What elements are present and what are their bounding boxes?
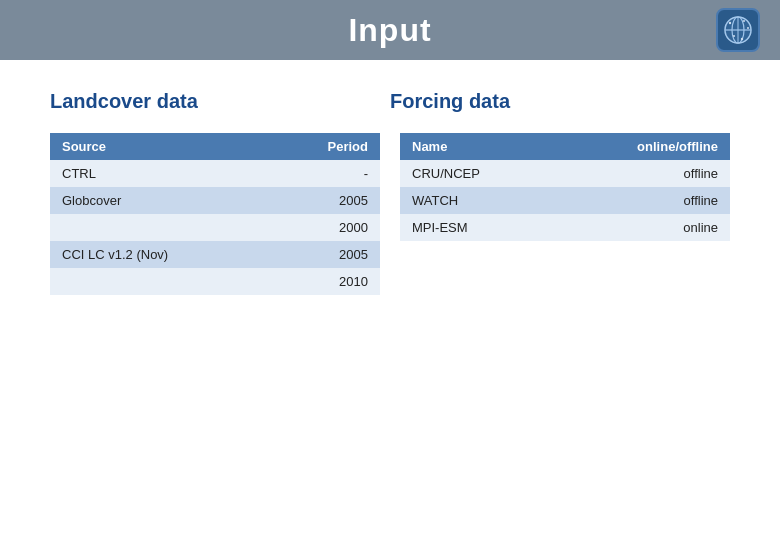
landcover-cell-period: - <box>271 160 380 187</box>
forcing-cell-name: WATCH <box>400 187 554 214</box>
forcing-cell-status: offline <box>554 160 730 187</box>
landcover-row: CCI LC v1.2 (Nov)2005 <box>50 241 380 268</box>
forcing-section-heading: Forcing data <box>390 90 730 113</box>
section-headings: Landcover data Forcing data <box>50 90 730 113</box>
svg-point-8 <box>733 35 735 37</box>
landcover-header-row: Source Period <box>50 133 380 160</box>
landcover-cell-period: 2005 <box>271 241 380 268</box>
landcover-cell-source <box>50 268 271 295</box>
landcover-section-heading: Landcover data <box>50 90 390 113</box>
logo <box>716 8 760 52</box>
landcover-row: Globcover2005 <box>50 187 380 214</box>
landcover-cell-period: 2000 <box>271 214 380 241</box>
header: Input <box>0 0 780 60</box>
forcing-row: MPI-ESMonline <box>400 214 730 241</box>
page-title: Input <box>348 12 431 49</box>
svg-point-7 <box>747 27 749 29</box>
forcing-cell-status: offline <box>554 187 730 214</box>
landcover-row: CTRL- <box>50 160 380 187</box>
forcing-col-status: online/offline <box>554 133 730 160</box>
tables-row: Source Period CTRL-Globcover20052000CCI … <box>50 133 730 295</box>
globe-icon <box>722 14 754 46</box>
svg-point-6 <box>743 20 745 22</box>
svg-point-4 <box>725 17 751 43</box>
forcing-title: Forcing data <box>390 90 510 112</box>
svg-point-9 <box>741 38 743 40</box>
forcing-table-container: Name online/offline CRU/NCEPofflineWATCH… <box>400 133 730 295</box>
landcover-title: Landcover data <box>50 90 198 112</box>
landcover-col-period: Period <box>271 133 380 160</box>
landcover-cell-source: CTRL <box>50 160 271 187</box>
forcing-table: Name online/offline CRU/NCEPofflineWATCH… <box>400 133 730 241</box>
content-area: Landcover data Forcing data Source Perio… <box>0 60 780 325</box>
landcover-cell-source <box>50 214 271 241</box>
landcover-cell-source: CCI LC v1.2 (Nov) <box>50 241 271 268</box>
landcover-row: 2010 <box>50 268 380 295</box>
forcing-cell-status: online <box>554 214 730 241</box>
landcover-cell-period: 2010 <box>271 268 380 295</box>
svg-point-5 <box>729 22 731 24</box>
forcing-row: WATCHoffline <box>400 187 730 214</box>
forcing-row: CRU/NCEPoffline <box>400 160 730 187</box>
landcover-cell-period: 2005 <box>271 187 380 214</box>
landcover-col-source: Source <box>50 133 271 160</box>
forcing-header-row: Name online/offline <box>400 133 730 160</box>
landcover-table-container: Source Period CTRL-Globcover20052000CCI … <box>50 133 380 295</box>
landcover-row: 2000 <box>50 214 380 241</box>
forcing-cell-name: MPI-ESM <box>400 214 554 241</box>
landcover-cell-source: Globcover <box>50 187 271 214</box>
forcing-col-name: Name <box>400 133 554 160</box>
landcover-table: Source Period CTRL-Globcover20052000CCI … <box>50 133 380 295</box>
forcing-cell-name: CRU/NCEP <box>400 160 554 187</box>
